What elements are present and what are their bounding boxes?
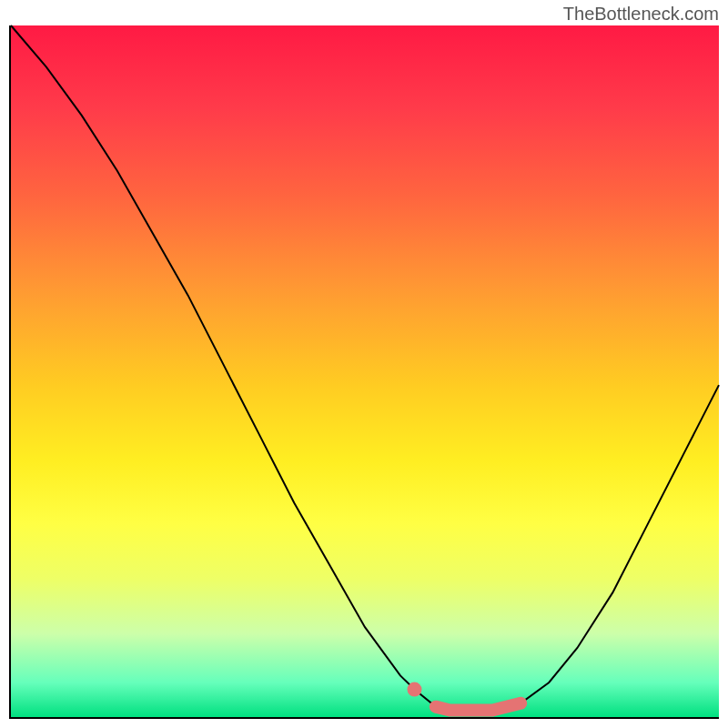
plot-area: [9, 25, 719, 719]
watermark-text: TheBottleneck.com: [563, 4, 719, 25]
chart-container: TheBottleneck.com: [0, 0, 728, 728]
highlight-dot: [407, 682, 421, 697]
chart-svg: [11, 25, 719, 717]
curve-line: [11, 25, 719, 710]
highlight-line: [436, 703, 521, 711]
